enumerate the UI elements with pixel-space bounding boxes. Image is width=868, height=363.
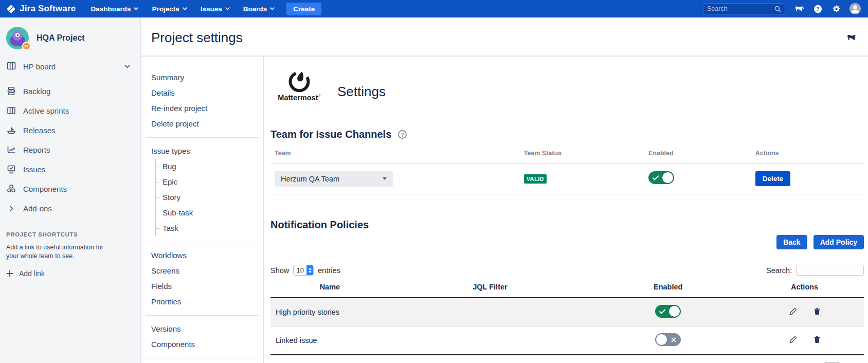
team-status-col-header: Team Status xyxy=(520,147,644,164)
pencil-icon xyxy=(788,307,798,316)
team-status-badge: VALID xyxy=(524,174,547,184)
actions-col-header[interactable]: Actions xyxy=(745,280,864,298)
entries-label: entries xyxy=(318,266,340,275)
chevron-down-icon xyxy=(134,7,138,10)
team-enabled-toggle[interactable] xyxy=(648,171,674,184)
sidebar-item-reports[interactable]: Reports xyxy=(6,140,135,159)
menu-item-fields[interactable]: Fields xyxy=(151,279,258,294)
table-search-label: Search: xyxy=(766,266,792,275)
chart-icon xyxy=(6,144,16,155)
plus-icon xyxy=(6,270,13,277)
table-search-input[interactable] xyxy=(796,265,864,276)
delete-policy-button[interactable] xyxy=(813,307,821,316)
sidebar-item-releases[interactable]: Releases xyxy=(6,120,135,140)
show-label: Show xyxy=(270,266,289,275)
back-button[interactable]: Back xyxy=(776,235,807,249)
user-avatar[interactable] xyxy=(849,3,861,14)
project-shortcuts-heading: PROJECT SHORTCUTS xyxy=(6,231,135,238)
content-area: Project settings Summary Details Re-inde… xyxy=(141,17,868,363)
trash-icon xyxy=(813,307,821,316)
menu-divider xyxy=(146,137,259,138)
spinner-icon xyxy=(306,265,313,275)
sidebar-item-backlog[interactable]: Backlog xyxy=(6,81,135,101)
nav-boards[interactable]: Boards xyxy=(237,0,282,17)
team-col-header: Team xyxy=(270,147,520,164)
menu-item-priorities[interactable]: Priorities xyxy=(151,294,258,310)
menu-item-bug[interactable]: Bug xyxy=(162,159,258,174)
megaphone-icon[interactable] xyxy=(795,5,804,13)
menu-item-workflows[interactable]: Workflows xyxy=(151,248,258,263)
menu-item-screens[interactable]: Screens xyxy=(151,263,258,279)
menu-item-issue-types[interactable]: Issue types xyxy=(151,143,258,159)
menu-item-components[interactable]: Components xyxy=(151,337,258,352)
menu-item-sub-task[interactable]: Sub-task xyxy=(162,205,258,221)
page-size-select[interactable]: 10 xyxy=(293,265,314,276)
policy-jql xyxy=(389,326,591,355)
mattermost-settings-panel: Mattermost® Settings Team for Issue Chan… xyxy=(264,57,868,363)
settings-heading: Settings xyxy=(337,84,386,102)
policy-name: High priority stories xyxy=(270,298,389,326)
svg-text:?: ? xyxy=(816,6,819,12)
ship-icon xyxy=(6,125,16,135)
app-title: Jira Software xyxy=(20,4,76,14)
menu-item-summary[interactable]: Summary xyxy=(151,70,258,85)
sidebar-item-add-ons[interactable]: Add-ons xyxy=(6,198,135,218)
add-link-button[interactable]: Add link xyxy=(6,269,135,278)
board-name: HP board xyxy=(23,62,56,71)
create-button[interactable]: Create xyxy=(286,3,321,15)
project-shortcuts-description: Add a link to useful information for you… xyxy=(6,243,117,261)
delete-policy-button[interactable] xyxy=(813,335,821,344)
chevron-down-icon xyxy=(124,65,130,68)
trash-icon xyxy=(813,335,821,344)
project-name: HQA Project xyxy=(37,33,85,43)
policy-row: Linked issue xyxy=(270,326,864,355)
enabled-col-header: Enabled xyxy=(644,147,751,164)
search-icon xyxy=(774,6,781,12)
nav-dashboards[interactable]: Dashboards xyxy=(84,0,145,17)
components-icon xyxy=(6,184,16,194)
actions-col-header: Actions xyxy=(751,147,864,164)
name-col-header[interactable]: Name xyxy=(270,280,389,298)
announcement-megaphone-icon[interactable] xyxy=(847,33,857,45)
edit-policy-button[interactable] xyxy=(788,335,798,344)
backlog-icon xyxy=(6,86,16,96)
menu-item-task[interactable]: Task xyxy=(162,221,258,236)
menu-item-story[interactable]: Story xyxy=(162,190,258,205)
search-input[interactable] xyxy=(707,5,774,12)
team-row: Herzum QA Team VALID xyxy=(270,164,864,194)
chevron-down-icon xyxy=(183,7,187,10)
help-circle-icon[interactable]: ? xyxy=(398,130,407,139)
delete-team-button[interactable]: Delete xyxy=(755,171,791,186)
project-sidebar: <> HQA Project HP board Backlog Act xyxy=(0,17,141,363)
menu-divider xyxy=(146,358,259,358)
nav-projects[interactable]: Projects xyxy=(145,0,193,17)
notification-policies-heading: Notification Policies xyxy=(270,219,864,231)
team-select[interactable]: Herzum QA Team xyxy=(275,171,393,187)
top-navigation: Jira Software Dashboards Projects Issues… xyxy=(0,0,868,17)
menu-item-versions[interactable]: Versions xyxy=(151,321,258,337)
menu-item-details[interactable]: Details xyxy=(151,85,258,101)
caret-down-icon xyxy=(383,177,387,180)
sidebar-item-active-sprints[interactable]: Active sprints xyxy=(6,101,135,120)
code-badge-icon: <> xyxy=(22,42,31,50)
menu-item-epic[interactable]: Epic xyxy=(162,174,258,190)
jql-filter-col-header[interactable]: JQL Filter xyxy=(389,280,591,298)
gear-icon[interactable] xyxy=(832,5,841,13)
policy-jql xyxy=(389,298,591,326)
enabled-col-header[interactable]: Enabled xyxy=(591,280,745,298)
board-switcher[interactable]: HP board xyxy=(6,59,135,74)
help-icon[interactable]: ? xyxy=(813,5,822,13)
sidebar-item-issues[interactable]: Issues xyxy=(6,159,135,179)
nav-issues[interactable]: Issues xyxy=(194,0,237,17)
monitor-check-icon xyxy=(6,164,16,174)
policy-enabled-toggle[interactable] xyxy=(655,305,681,318)
project-header: <> HQA Project xyxy=(6,27,135,51)
jira-logo[interactable]: Jira Software xyxy=(6,4,76,14)
page-title: Project settings xyxy=(151,30,868,46)
edit-policy-button[interactable] xyxy=(788,307,798,316)
menu-item-delete-project[interactable]: Delete project xyxy=(151,116,258,132)
policy-enabled-toggle[interactable] xyxy=(655,333,681,346)
menu-item-reindex-project[interactable]: Re-index project xyxy=(151,101,258,116)
add-policy-button[interactable]: Add Policy xyxy=(813,235,864,249)
sidebar-item-components[interactable]: Components xyxy=(6,179,135,198)
